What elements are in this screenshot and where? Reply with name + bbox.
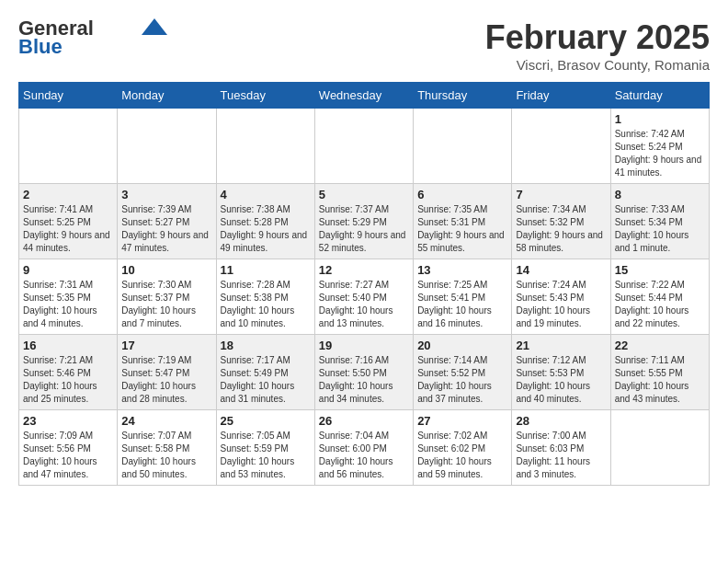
day-info: Sunrise: 7:16 AM Sunset: 5:50 PM Dayligh… — [319, 354, 409, 406]
week-row-0: 1Sunrise: 7:42 AM Sunset: 5:24 PM Daylig… — [19, 109, 710, 184]
day-number: 19 — [319, 339, 409, 352]
day-info: Sunrise: 7:22 AM Sunset: 5:44 PM Dayligh… — [615, 279, 705, 330]
day-info: Sunrise: 7:42 AM Sunset: 5:24 PM Dayligh… — [615, 128, 705, 179]
day-number: 17 — [121, 339, 211, 352]
day-number: 1 — [615, 112, 705, 126]
day-info: Sunrise: 7:34 AM Sunset: 5:32 PM Dayligh… — [516, 203, 606, 255]
day-info: Sunrise: 7:12 AM Sunset: 5:53 PM Dayligh… — [516, 354, 606, 406]
calendar-cell: 7Sunrise: 7:34 AM Sunset: 5:32 PM Daylig… — [512, 184, 610, 259]
calendar-cell: 9Sunrise: 7:31 AM Sunset: 5:35 PM Daylig… — [19, 259, 118, 335]
calendar-cell — [19, 109, 118, 184]
day-number: 21 — [516, 339, 606, 352]
day-info: Sunrise: 7:14 AM Sunset: 5:52 PM Dayligh… — [417, 354, 507, 406]
calendar-cell: 16Sunrise: 7:21 AM Sunset: 5:46 PM Dayli… — [19, 335, 118, 410]
calendar-cell: 3Sunrise: 7:39 AM Sunset: 5:27 PM Daylig… — [118, 184, 216, 259]
day-info: Sunrise: 7:41 AM Sunset: 5:25 PM Dayligh… — [23, 203, 113, 255]
day-info: Sunrise: 7:35 AM Sunset: 5:31 PM Dayligh… — [417, 203, 507, 255]
day-info: Sunrise: 7:17 AM Sunset: 5:49 PM Dayligh… — [221, 354, 311, 406]
logo-icon — [142, 18, 167, 35]
day-number: 13 — [417, 263, 507, 277]
calendar-cell: 25Sunrise: 7:05 AM Sunset: 5:59 PM Dayli… — [216, 410, 314, 486]
day-number: 3 — [121, 188, 211, 201]
calendar-cell: 2Sunrise: 7:41 AM Sunset: 5:25 PM Daylig… — [19, 184, 118, 259]
header-day-monday: Monday — [118, 83, 216, 109]
calendar-cell — [512, 109, 610, 184]
calendar-cell — [118, 109, 216, 184]
calendar-cell: 14Sunrise: 7:24 AM Sunset: 5:43 PM Dayli… — [512, 259, 610, 335]
calendar-cell: 5Sunrise: 7:37 AM Sunset: 5:29 PM Daylig… — [314, 184, 413, 259]
header-day-wednesday: Wednesday — [314, 83, 413, 109]
day-info: Sunrise: 7:11 AM Sunset: 5:55 PM Dayligh… — [615, 354, 705, 406]
calendar-cell: 22Sunrise: 7:11 AM Sunset: 5:55 PM Dayli… — [610, 335, 709, 410]
calendar-cell: 12Sunrise: 7:27 AM Sunset: 5:40 PM Dayli… — [314, 259, 413, 335]
day-number: 4 — [221, 188, 311, 201]
calendar-cell: 18Sunrise: 7:17 AM Sunset: 5:49 PM Dayli… — [216, 335, 314, 410]
calendar-cell: 27Sunrise: 7:02 AM Sunset: 6:02 PM Dayli… — [414, 410, 512, 486]
calendar-cell: 6Sunrise: 7:35 AM Sunset: 5:31 PM Daylig… — [414, 184, 512, 259]
day-number: 15 — [615, 263, 705, 277]
week-row-2: 9Sunrise: 7:31 AM Sunset: 5:35 PM Daylig… — [19, 259, 710, 335]
day-info: Sunrise: 7:30 AM Sunset: 5:37 PM Dayligh… — [121, 279, 211, 330]
day-number: 25 — [221, 414, 311, 428]
day-info: Sunrise: 7:38 AM Sunset: 5:28 PM Dayligh… — [221, 203, 311, 255]
day-info: Sunrise: 7:37 AM Sunset: 5:29 PM Dayligh… — [319, 203, 409, 255]
week-row-1: 2Sunrise: 7:41 AM Sunset: 5:25 PM Daylig… — [19, 184, 710, 259]
day-number: 6 — [417, 188, 507, 201]
day-info: Sunrise: 7:21 AM Sunset: 5:46 PM Dayligh… — [23, 354, 113, 406]
calendar-cell: 17Sunrise: 7:19 AM Sunset: 5:47 PM Dayli… — [118, 335, 216, 410]
day-info: Sunrise: 7:09 AM Sunset: 5:56 PM Dayligh… — [23, 430, 113, 481]
header-day-tuesday: Tuesday — [216, 83, 314, 109]
day-number: 26 — [319, 414, 409, 428]
logo: General Blue — [18, 18, 167, 57]
header: General Blue February 2025 Viscri, Braso… — [18, 18, 710, 73]
title-area: February 2025 Viscri, Brasov County, Rom… — [485, 18, 710, 73]
day-number: 2 — [23, 188, 113, 201]
calendar-cell: 13Sunrise: 7:25 AM Sunset: 5:41 PM Dayli… — [414, 259, 512, 335]
calendar-subtitle: Viscri, Brasov County, Romania — [485, 57, 710, 73]
day-number: 5 — [319, 188, 409, 201]
day-info: Sunrise: 7:07 AM Sunset: 5:58 PM Dayligh… — [121, 430, 211, 481]
calendar-cell: 23Sunrise: 7:09 AM Sunset: 5:56 PM Dayli… — [19, 410, 118, 486]
day-info: Sunrise: 7:31 AM Sunset: 5:35 PM Dayligh… — [23, 279, 113, 330]
calendar-cell: 4Sunrise: 7:38 AM Sunset: 5:28 PM Daylig… — [216, 184, 314, 259]
day-number: 9 — [23, 263, 113, 277]
calendar-cell: 21Sunrise: 7:12 AM Sunset: 5:53 PM Dayli… — [512, 335, 610, 410]
day-info: Sunrise: 7:00 AM Sunset: 6:03 PM Dayligh… — [516, 430, 606, 481]
calendar-cell: 28Sunrise: 7:00 AM Sunset: 6:03 PM Dayli… — [512, 410, 610, 486]
calendar-cell: 10Sunrise: 7:30 AM Sunset: 5:37 PM Dayli… — [118, 259, 216, 335]
calendar-cell: 1Sunrise: 7:42 AM Sunset: 5:24 PM Daylig… — [610, 109, 709, 184]
day-info: Sunrise: 7:39 AM Sunset: 5:27 PM Dayligh… — [121, 203, 211, 255]
header-day-thursday: Thursday — [414, 83, 512, 109]
day-number: 12 — [319, 263, 409, 277]
day-number: 24 — [121, 414, 211, 428]
calendar-cell — [414, 109, 512, 184]
calendar-cell: 20Sunrise: 7:14 AM Sunset: 5:52 PM Dayli… — [414, 335, 512, 410]
calendar-title: February 2025 — [485, 18, 710, 57]
week-row-3: 16Sunrise: 7:21 AM Sunset: 5:46 PM Dayli… — [19, 335, 710, 410]
calendar-header-row: SundayMondayTuesdayWednesdayThursdayFrid… — [19, 83, 710, 109]
logo-blue: Blue — [18, 37, 63, 57]
day-info: Sunrise: 7:25 AM Sunset: 5:41 PM Dayligh… — [417, 279, 507, 330]
calendar-cell: 11Sunrise: 7:28 AM Sunset: 5:38 PM Dayli… — [216, 259, 314, 335]
day-number: 11 — [221, 263, 311, 277]
day-number: 27 — [417, 414, 507, 428]
week-row-4: 23Sunrise: 7:09 AM Sunset: 5:56 PM Dayli… — [19, 410, 710, 486]
header-day-friday: Friday — [512, 83, 610, 109]
calendar-cell: 8Sunrise: 7:33 AM Sunset: 5:34 PM Daylig… — [610, 184, 709, 259]
day-number: 28 — [516, 414, 606, 428]
calendar-cell — [610, 410, 709, 486]
header-day-saturday: Saturday — [610, 83, 709, 109]
calendar-cell: 26Sunrise: 7:04 AM Sunset: 6:00 PM Dayli… — [314, 410, 413, 486]
day-number: 18 — [221, 339, 311, 352]
calendar-cell — [314, 109, 413, 184]
calendar-cell: 24Sunrise: 7:07 AM Sunset: 5:58 PM Dayli… — [118, 410, 216, 486]
day-number: 20 — [417, 339, 507, 352]
day-number: 14 — [516, 263, 606, 277]
day-number: 22 — [615, 339, 705, 352]
calendar-cell: 19Sunrise: 7:16 AM Sunset: 5:50 PM Dayli… — [314, 335, 413, 410]
day-number: 8 — [615, 188, 705, 201]
day-number: 23 — [23, 414, 113, 428]
day-number: 7 — [516, 188, 606, 201]
day-number: 16 — [23, 339, 113, 352]
day-info: Sunrise: 7:19 AM Sunset: 5:47 PM Dayligh… — [121, 354, 211, 406]
